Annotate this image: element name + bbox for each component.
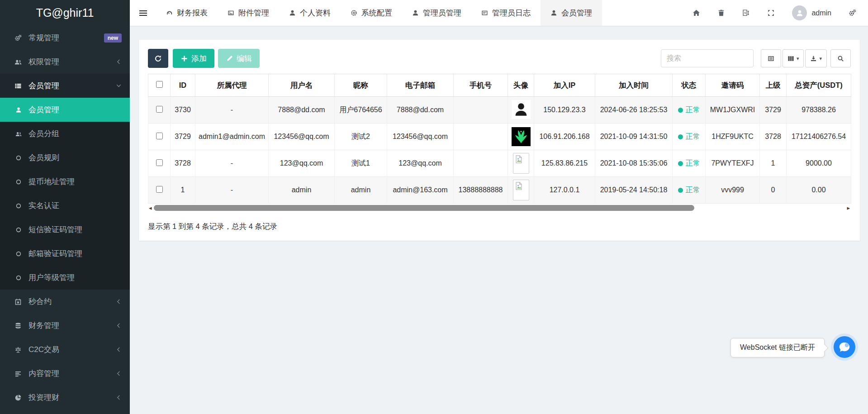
sidebar-item-c2c[interactable]: C2C交易 <box>0 338 130 362</box>
chevron-left-icon <box>116 371 122 376</box>
table-row[interactable]: 3728 - 123@qq.com 测试1 123@qq.com 125.83.… <box>148 150 851 177</box>
cell-join-time: 2024-06-26 18:25:53 <box>595 97 673 124</box>
cell-id: 3729 <box>171 124 195 150</box>
avatar <box>792 5 807 20</box>
sidebar-item-content[interactable]: 内容管理 <box>0 362 130 385</box>
chat-button[interactable] <box>831 333 858 361</box>
circle-icon <box>14 251 24 257</box>
circle-icon <box>14 227 24 233</box>
search-input[interactable] <box>661 49 754 67</box>
scroll-right-arrow-icon[interactable]: ▸ <box>846 205 851 211</box>
submenu-item-withdraw-address[interactable]: 提币地址管理 <box>0 170 130 194</box>
sidebar-item-label: 会员管理 <box>28 81 59 91</box>
new-badge: new <box>104 33 122 43</box>
cell-parent: 0 <box>760 177 787 204</box>
cell-email: 7888@dd.com <box>387 97 454 124</box>
broken-image-icon <box>513 153 529 174</box>
column-header-invite-code: 邀请码 <box>706 74 760 97</box>
submenu-item-member-groups[interactable]: 会员分组 <box>0 122 130 146</box>
row-checkbox[interactable] <box>156 106 163 113</box>
hamburger-menu-icon[interactable] <box>130 0 156 26</box>
cell-email: admin@163.com <box>387 177 454 204</box>
submenu-item-email-codes[interactable]: 邮箱验证码管理 <box>0 242 130 266</box>
edit-button[interactable]: 编辑 <box>218 49 260 68</box>
scroll-left-arrow-icon[interactable]: ◂ <box>148 205 153 211</box>
pie-chart-icon <box>13 394 24 401</box>
cell-email: 123456@qq.com <box>387 124 454 150</box>
row-checkbox[interactable] <box>156 159 163 166</box>
row-checkbox[interactable] <box>156 186 163 193</box>
settings-gears-icon[interactable] <box>849 9 856 17</box>
sidebar-item-general[interactable]: 常规管理 new <box>0 26 130 50</box>
cell-username: 7888@dd.com <box>269 97 335 124</box>
sidebar-item-label: 内容管理 <box>28 368 59 379</box>
fullscreen-icon[interactable] <box>767 9 775 17</box>
sidebar-item-finance[interactable]: 财务管理 <box>0 314 130 338</box>
tab-profile[interactable]: 个人资料 <box>279 0 341 26</box>
tab-financial-report[interactable]: 财务报表 <box>156 0 218 26</box>
th-list-icon <box>13 82 24 90</box>
language-icon[interactable] <box>742 9 750 17</box>
submenu-item-member-rules[interactable]: 会员规则 <box>0 146 130 170</box>
cell-nickname: 用户6764656 <box>335 97 387 124</box>
submenu-item-user-levels[interactable]: 用户等级管理 <box>0 266 130 290</box>
sidebar-item-investment[interactable]: 投资理财 <box>0 385 130 409</box>
cell-avatar <box>508 150 534 177</box>
submenu-item-label: 会员分组 <box>28 128 59 139</box>
sidebar-item-label: 财务管理 <box>28 320 59 331</box>
scrollbar-thumb[interactable] <box>154 205 695 211</box>
sidebar-item-second-contract[interactable]: 秒合约 <box>0 290 130 314</box>
refresh-button[interactable] <box>148 49 168 68</box>
tab-admin-logs[interactable]: 管理员日志 <box>471 0 541 26</box>
horizontal-scrollbar: ◂ ▸ <box>148 204 851 211</box>
cell-status: 正常 <box>673 177 706 204</box>
cell-assets: 9000.00 <box>787 150 851 177</box>
search-button[interactable] <box>830 49 851 67</box>
tab-label: 管理员日志 <box>492 8 531 18</box>
cell-phone <box>454 150 508 177</box>
tab-system-config[interactable]: 系统配置 <box>341 0 402 26</box>
cell-status: 正常 <box>673 124 706 150</box>
add-button-label: 添加 <box>191 53 207 64</box>
submenu-item-member-management[interactable]: 会员管理 <box>0 98 130 122</box>
sidebar-item-members[interactable]: 会员管理 <box>0 74 130 98</box>
database-icon <box>13 322 24 329</box>
cell-nickname: admin <box>335 177 387 204</box>
row-checkbox[interactable] <box>156 133 163 139</box>
status-dot <box>678 161 683 166</box>
trash-icon[interactable] <box>717 9 725 17</box>
table-row[interactable]: 3730 - 7888@dd.com 用户6764656 7888@dd.com… <box>148 97 851 124</box>
select-all-checkbox[interactable] <box>156 81 163 88</box>
tab-member-management[interactable]: 会员管理 <box>541 0 602 26</box>
chevron-left-icon <box>116 323 122 328</box>
user-menu[interactable]: admin <box>792 5 831 20</box>
submenu-item-kyc[interactable]: 实名认证 <box>0 194 130 218</box>
chevron-down-icon <box>116 83 122 89</box>
circle-icon <box>14 179 24 185</box>
submenu-item-sms-codes[interactable]: 短信验证码管理 <box>0 218 130 242</box>
cell-join-time: 2019-05-24 14:50:18 <box>595 177 673 204</box>
users-icon <box>14 131 24 137</box>
cell-join-ip: 125.83.86.215 <box>534 150 595 177</box>
table-row[interactable]: 3729 admin1@admin.com 123456@qq.com 测试2 … <box>148 124 851 150</box>
submenu-item-label: 会员规则 <box>28 152 59 163</box>
sidebar-item-permissions[interactable]: 权限管理 <box>0 50 130 74</box>
calendar-x-icon <box>13 298 24 305</box>
submenu-item-label: 会员管理 <box>28 105 59 115</box>
user-icon <box>14 107 24 113</box>
home-icon[interactable] <box>693 9 700 17</box>
detail-view-button[interactable] <box>761 49 781 67</box>
sidebar-item-label: 常规管理 <box>28 33 59 43</box>
cell-agent: - <box>195 177 269 204</box>
navbar-right: admin <box>693 0 868 26</box>
chevron-left-icon <box>116 299 122 305</box>
tab-admin-management[interactable]: 管理员管理 <box>402 0 471 26</box>
scrollbar-track[interactable] <box>153 205 846 211</box>
table-row[interactable]: 1 - admin admin admin@163.com 1388888888… <box>148 177 851 204</box>
add-button[interactable]: 添加 <box>173 49 214 68</box>
export-button[interactable]: ▾ <box>805 49 827 67</box>
members-table: ID 所属代理 用户名 昵称 电子邮箱 手机号 头像 加入IP 加入时间 状态 … <box>148 74 851 204</box>
column-header-parent: 上级 <box>760 74 787 97</box>
tab-attachments[interactable]: 附件管理 <box>218 0 279 26</box>
columns-button[interactable]: ▾ <box>783 49 804 67</box>
